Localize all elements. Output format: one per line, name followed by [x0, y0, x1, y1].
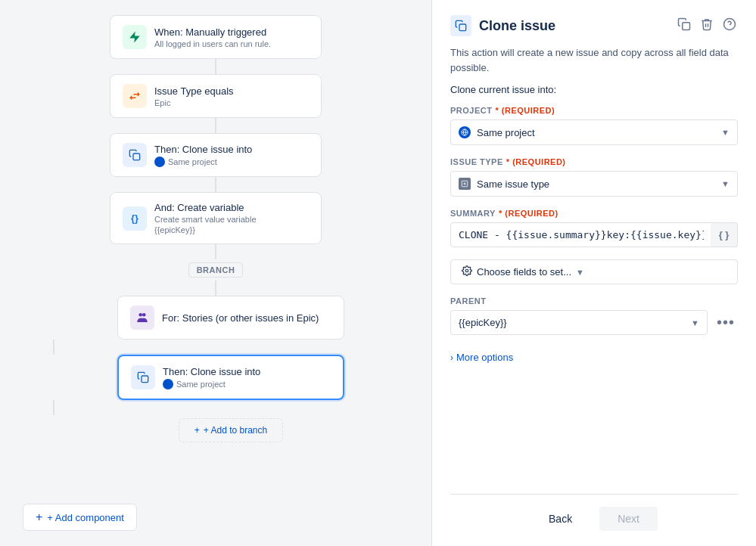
panel-title-icon — [450, 15, 471, 36]
help-button[interactable] — [721, 16, 738, 36]
parent-select[interactable]: {{epicKey}} ▼ — [450, 310, 708, 335]
connector — [215, 244, 216, 259]
clone-branch-icon — [131, 365, 155, 389]
card-title: Then: Clone issue into — [154, 144, 252, 155]
next-button: Next — [599, 507, 658, 531]
card-text: Then: Clone issue into Same project — [163, 366, 260, 389]
card-subtitle: Same project — [163, 379, 260, 389]
ellipsis-icon: ••• — [717, 314, 735, 331]
globe-icon — [163, 379, 173, 389]
svg-point-9 — [465, 269, 468, 272]
parent-row: {{epicKey}} ▼ ••• — [450, 310, 738, 335]
card-text: For: Stories (or other issues in Epic) — [162, 312, 319, 324]
card-subtitle: Same project — [154, 157, 252, 167]
panel-title: Clone issue — [479, 18, 555, 34]
project-select[interactable]: Same project ▼ — [450, 119, 738, 145]
copy-button[interactable] — [676, 16, 692, 36]
card-title: Issue Type equals — [154, 85, 234, 97]
card-clone-branch[interactable]: Then: Clone issue into Same project — [117, 355, 344, 400]
card-text: And: Create variable Create smart value … — [154, 202, 257, 234]
card-title: Then: Clone issue into — [163, 366, 260, 377]
delete-button[interactable] — [698, 16, 715, 36]
svg-rect-0 — [133, 154, 140, 160]
right-panel: Clone issue This action will create a ne… — [431, 0, 756, 546]
panel-description: This action will create a new issue and … — [450, 45, 738, 75]
issue-type-chevron: ▼ — [721, 179, 730, 188]
trigger-icon — [123, 25, 147, 49]
variable-icon: {} — [123, 206, 147, 231]
branch-label: BRANCH — [188, 262, 244, 278]
more-options-button[interactable]: › More options — [450, 347, 738, 368]
card-subtitle: All logged in users can run rule. — [154, 39, 271, 48]
project-value: Same project — [477, 127, 535, 138]
card-title: For: Stories (or other issues in Epic) — [162, 312, 319, 324]
project-group: Project * (required) Same project ▼ — [450, 106, 738, 145]
back-button[interactable]: Back — [530, 507, 590, 531]
choose-fields-button[interactable]: Choose fields to set... ▼ — [450, 259, 738, 284]
plus-icon: + — [36, 510, 42, 524]
issue-type-icon — [459, 178, 471, 190]
parent-value: {{epicKey}} — [459, 317, 507, 328]
stories-icon — [130, 306, 154, 330]
add-to-branch-button[interactable]: + + Add to branch — [179, 418, 283, 442]
card-clone-top[interactable]: Then: Clone issue into Same project — [110, 133, 322, 177]
parent-options-button[interactable]: ••• — [714, 311, 738, 334]
card-subtitle2: {{epicKey}} — [154, 225, 257, 234]
chevron-right-icon: › — [450, 352, 453, 363]
parent-chevron: ▼ — [691, 318, 699, 327]
card-create-variable[interactable]: {} And: Create variable Create smart val… — [110, 192, 322, 244]
summary-input[interactable] — [450, 222, 738, 247]
connector — [215, 118, 216, 133]
svg-rect-5 — [683, 22, 690, 29]
card-subtitle: Epic — [154, 98, 234, 107]
svg-point-2 — [142, 313, 146, 317]
card-text: Issue Type equals Epic — [154, 85, 234, 107]
add-component-button[interactable]: + + Add component — [23, 504, 137, 531]
summary-input-wrapper: { } — [450, 222, 738, 247]
svg-point-1 — [139, 313, 143, 317]
summary-group: Summary * (required) { } — [450, 209, 738, 247]
project-chevron: ▼ — [721, 128, 730, 137]
project-label: Project * (required) — [450, 106, 738, 115]
gear-icon — [462, 265, 472, 278]
panel-actions — [676, 16, 738, 36]
issue-type-select[interactable]: Same issue type ▼ — [450, 171, 738, 197]
card-issue-type[interactable]: Issue Type equals Epic — [110, 74, 322, 118]
summary-template-btn[interactable]: { } — [711, 222, 738, 247]
summary-label: Summary * (required) — [450, 209, 738, 218]
globe-icon — [154, 157, 165, 167]
connector — [215, 281, 216, 296]
parent-label: Parent — [450, 296, 738, 306]
card-text: When: Manually triggered All logged in u… — [154, 26, 271, 48]
connector — [215, 59, 216, 74]
panel-header: Clone issue — [450, 15, 738, 36]
card-title: And: Create variable — [154, 202, 257, 213]
card-manual-trigger[interactable]: When: Manually triggered All logged in u… — [110, 15, 322, 59]
plus-icon: + — [194, 425, 200, 436]
card-title: When: Manually triggered — [154, 26, 271, 38]
parent-group: Parent {{epicKey}} ▼ ••• — [450, 296, 738, 335]
panel-footer: Back Next — [450, 494, 738, 531]
connector — [53, 400, 54, 415]
dropdown-chevron-icon: ▼ — [576, 268, 584, 277]
connector — [215, 177, 216, 192]
card-subtitle: Create smart value variable — [154, 215, 257, 224]
project-globe-icon — [459, 126, 471, 138]
issue-type-group: Issue type * (required) Same issue type … — [450, 157, 738, 197]
clone-icon — [123, 143, 147, 167]
connector — [53, 340, 54, 355]
issue-type-value: Same issue type — [477, 178, 549, 190]
svg-rect-4 — [459, 24, 466, 31]
card-text: Then: Clone issue into Same project — [154, 144, 252, 167]
left-panel: When: Manually triggered All logged in u… — [0, 0, 431, 546]
svg-rect-3 — [142, 376, 148, 383]
flow-container: When: Manually triggered All logged in u… — [23, 15, 409, 442]
panel-title-area: Clone issue — [450, 15, 555, 36]
issue-type-label: Issue type * (required) — [450, 157, 738, 166]
clone-into-label: Clone current issue into: — [450, 84, 738, 95]
card-for-stories[interactable]: For: Stories (or other issues in Epic) — [117, 296, 344, 340]
issue-type-icon — [123, 84, 147, 108]
